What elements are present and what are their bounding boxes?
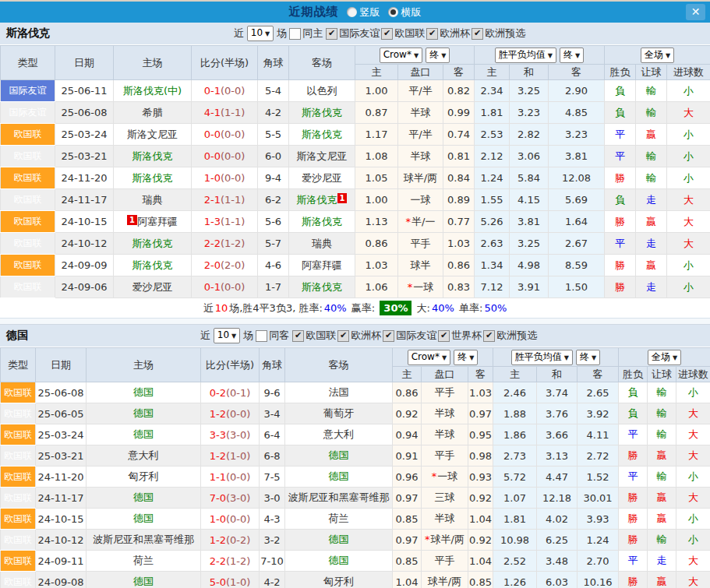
match-row: 欧国联24-11-20匈牙利1-1(0-0)7-5德国0.96*一球0.935.… [1,467,710,488]
odds-away: 0.77 [443,211,475,233]
odds-away: 0.98 [468,445,493,467]
match-date: 25-03-24 [55,124,114,146]
full-time-score: 3-3 [210,429,226,441]
outcome-result: 勝 [619,488,648,509]
match-date: 24-10-15 [55,211,114,233]
handicap-result: 走 [648,551,676,572]
match-count-select[interactable]: 10▼ [214,328,240,343]
outcome-result: 勝 [619,530,648,551]
away-team: 法国 [285,382,393,403]
odds-home: 1.13 [355,211,398,233]
sub-header-handicap: 盘口 [422,367,468,382]
home-team: 德国 [87,382,201,403]
col-header-corners: 角球 [260,348,285,382]
avg-home: 1.88 [493,403,537,424]
odds-final-select[interactable]: 终▼ [454,350,478,365]
close-button[interactable]: ✕ [686,4,705,20]
match-count-select[interactable]: 10▼ [247,26,274,41]
odds-away: 0.85 [468,572,493,588]
odds-handicap: 平/半 [398,124,443,146]
checkbox-icon: ✔ [483,330,495,342]
avg-draw: 4.02 [537,509,578,530]
odds-home: 0.86 [393,382,422,403]
vertical-layout-radio[interactable] [347,7,357,17]
unit-label: 场 [277,26,287,40]
avg-select[interactable]: 胜平负均值▼ [495,48,556,63]
full-time-score: 0-2 [210,387,226,399]
odds-handicap: 半球 [422,509,468,530]
odds-home: 0.96 [393,467,422,488]
section-bar: 斯洛伐克 近 10▼ 场 同主 ✔国际友谊✔欧国联✔欧洲杯✔欧洲预选 [0,23,710,45]
competition-checkbox-group: ✔国际友谊✔欧国联✔欧洲杯✔欧洲预选 [325,26,526,41]
team-name-text: 阿塞拜疆 [302,259,342,271]
section-divider [0,319,710,325]
avg-final-select[interactable]: 终▼ [576,350,600,365]
away-team: 德国 [285,445,393,467]
away-team: 德国 [285,467,393,488]
half-time-score: (0-0) [226,471,250,483]
avg-draw: 6.03 [537,572,578,588]
odds-company-select[interactable]: Crow*▼ [408,350,450,365]
handicap-result: 輸 [648,467,676,488]
same-venue-checkbox[interactable]: 同主 [289,26,323,40]
odds-home: 0.97 [393,488,422,509]
competition-checkbox[interactable]: ✔世界杯 [438,329,482,343]
sub-header-handicap-result: 让球 [636,65,667,80]
goals-result: 小 [667,80,710,102]
same-venue-checkbox[interactable]: 同客 [256,329,289,343]
horizontal-layout-label[interactable]: 横版 [401,5,422,19]
competition-checkbox[interactable]: ✔欧洲预选 [472,26,525,40]
match-row: 欧国联24-11-17瑞典2-1(1-1)6-2斯洛伐克11.00一球0.891… [1,189,710,211]
match-row: 欧国联25-03-24斯洛文尼亚0-0(0-0)5-5斯洛伐克1.17平/半0.… [1,124,710,146]
home-team: 斯洛伐克 [114,146,192,167]
competition-checkbox[interactable]: ✔国际友谊 [326,26,380,40]
odds-company-select[interactable]: Crow*▼ [380,48,422,63]
scope-select[interactable]: 全场▼ [641,48,674,63]
competition-checkbox[interactable]: ✔欧国联 [292,329,336,343]
col-header-date: 日期 [36,348,87,382]
avg-final-select[interactable]: 终▼ [560,48,584,63]
avg-select[interactable]: 胜平负均值▼ [511,350,573,365]
checkbox-label: 国际友谊 [396,329,436,343]
corner-count: 4-2 [260,572,285,588]
competition-checkbox[interactable]: ✔欧洲杯 [337,329,381,343]
corner-count: 7-10 [260,551,285,572]
full-time-score: 1-3 [204,216,221,227]
competition-checkbox[interactable]: ✔欧洲预选 [483,329,537,343]
competition-checkbox[interactable]: ✔欧洲杯 [426,26,470,40]
handicap-result: 贏 [648,572,676,588]
chevron-down-icon: ▼ [265,30,270,37]
odds-away: 0.93 [468,467,493,488]
outcome-result: 勝 [605,211,636,233]
team-name: 德国 [6,329,28,343]
horizontal-layout-radio[interactable] [388,7,398,17]
avg-home: 7.12 [475,276,510,298]
outcome-result: 勝 [605,167,636,189]
star-icon: * [432,470,437,482]
goals-result: 大 [667,102,710,124]
half-time-score: (1-2) [221,238,245,249]
team-name-text: 斯洛伐克 [297,194,337,206]
corner-count: 6-4 [260,424,285,445]
odds-home: 1.05 [355,167,398,189]
competition-checkbox[interactable]: ✔欧国联 [381,26,425,40]
avg-away: 2.65 [578,382,619,403]
score-cell: 1-0(0-0) [201,509,260,530]
outcome-result: 負 [605,102,636,124]
competition-checkbox[interactable]: ✔国际友谊 [383,329,436,343]
match-row: 欧国联24-10-12斯洛伐克2-2(1-2)5-7瑞典0.86平手1.032.… [1,233,710,255]
odds-final-select[interactable]: 终▼ [426,48,450,63]
score-cell: 0-1(0-0) [192,80,258,102]
vertical-layout-label[interactable]: 竖版 [360,5,380,19]
scope-select[interactable]: 全场▼ [648,350,681,365]
summary-part: 40% [432,302,454,314]
half-time-score: (3-0) [226,429,250,441]
odds-away: 0.92 [468,488,493,509]
team-name-text: 斯洛伐克 [132,172,173,184]
team-name-text: 波斯尼亚和黑塞哥维那 [93,533,194,545]
match-date: 24-10-12 [36,530,87,551]
score-cell: 0-0(0-0) [192,146,258,167]
match-date: 25-03-21 [55,146,114,167]
avg-away: 8.59 [549,255,605,276]
star-icon: * [408,281,413,293]
